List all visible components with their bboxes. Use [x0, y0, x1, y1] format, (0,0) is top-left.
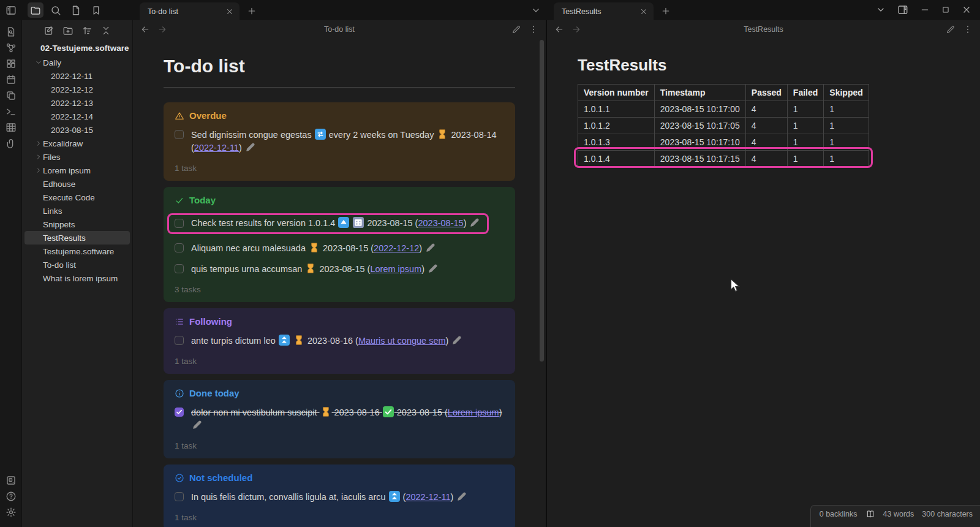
tab-list-chevron-icon[interactable] — [876, 5, 886, 15]
file-item-2022-12-13[interactable]: 2022-12-13 — [24, 96, 130, 110]
task-checkbox[interactable] — [175, 408, 184, 417]
table-cell: 4 — [745, 134, 787, 151]
new-tab-icon[interactable] — [247, 6, 257, 16]
tab-testresults[interactable]: TestResults — [554, 2, 654, 20]
tab-close-icon[interactable] — [225, 7, 234, 16]
task-checkbox[interactable] — [175, 336, 184, 345]
task-checkbox[interactable] — [175, 130, 184, 139]
internal-link[interactable]: 2022-12-11 — [194, 143, 239, 153]
ribbon-help-button[interactable] — [4, 489, 18, 504]
internal-link[interactable]: Lorem ipsum — [370, 264, 421, 274]
note-title: TestResults — [578, 56, 949, 75]
ribbon-dashboard-button[interactable] — [4, 56, 18, 71]
file-item-what-is-lorem-ipsum[interactable]: What is lorem ipsum — [24, 271, 130, 285]
task-checkbox[interactable] — [175, 243, 184, 252]
table-row[interactable]: 1.0.1.22023-08-15 10:17:05411 — [578, 118, 869, 134]
window-close-icon[interactable] — [962, 5, 971, 15]
file-item-2022-12-14[interactable]: 2022-12-14 — [24, 110, 130, 123]
file-item-to-do-list[interactable]: To-do list — [24, 258, 130, 271]
sidebar-tab-file[interactable] — [68, 2, 84, 18]
edit-pencil-icon[interactable] — [456, 491, 467, 502]
section-overdue: OverdueSed dignissim congue egestas ever… — [164, 102, 515, 181]
file-item-execute-code[interactable]: Execute Code — [24, 191, 130, 204]
sidebar-tab-bookmark[interactable] — [88, 2, 104, 18]
tab-close-icon[interactable] — [639, 7, 648, 16]
toggle-right-sidebar-icon[interactable] — [897, 4, 908, 15]
ribbon-table-button[interactable] — [4, 120, 18, 135]
ribbon-vault-button[interactable] — [4, 473, 18, 488]
toggle-left-sidebar-icon[interactable] — [6, 5, 17, 16]
minimize-icon[interactable] — [920, 5, 930, 15]
internal-link[interactable]: Mauris ut congue sem — [358, 336, 446, 346]
tab-list-chevron-icon[interactable] — [531, 6, 541, 15]
forward-icon[interactable] — [571, 25, 581, 34]
ribbon-calendar-button[interactable] — [4, 72, 18, 87]
vault-title[interactable]: 02-Testujeme.software — [22, 36, 132, 53]
chevron-right-icon — [35, 153, 43, 161]
table-header-cell: Skipped — [824, 85, 869, 101]
new-tab-icon[interactable] — [661, 6, 671, 16]
folder-item-daily[interactable]: Daily — [24, 56, 130, 69]
tree-item-label: 2023-08-15 — [51, 126, 93, 135]
file-item-2023-08-15[interactable]: 2023-08-15 — [24, 123, 130, 137]
file-item-testujeme-software[interactable]: Testujeme.software — [24, 245, 130, 258]
ribbon-graph-button[interactable] — [4, 40, 18, 55]
edit-pencil-icon[interactable] — [425, 242, 436, 253]
edit-pencil-icon[interactable] — [428, 263, 439, 274]
more-options-icon[interactable] — [963, 25, 973, 34]
edit-view-icon[interactable] — [511, 25, 521, 34]
file-item-edhouse[interactable]: Edhouse — [24, 177, 130, 191]
folder-item-lorem-ipsum[interactable]: Lorem ipsum — [24, 164, 130, 177]
internal-link[interactable]: 2022-12-12 — [374, 243, 419, 253]
new-folder-button[interactable] — [62, 25, 74, 36]
sidebar-tab-search[interactable] — [48, 2, 64, 18]
file-item-2022-12-12[interactable]: 2022-12-12 — [24, 83, 130, 96]
sort-button[interactable] — [81, 25, 92, 36]
tab-to-do-list[interactable]: To-do list — [140, 2, 239, 20]
ribbon-clip-button[interactable] — [4, 136, 18, 151]
more-options-icon[interactable] — [529, 25, 538, 34]
task-checkbox[interactable] — [175, 492, 184, 501]
sort-icon — [81, 25, 92, 36]
file-item-snippets[interactable]: Snippets — [24, 218, 130, 231]
book-icon[interactable] — [865, 509, 875, 519]
calendar-icon — [6, 74, 17, 85]
table-row[interactable]: 1.0.1.42023-08-15 10:17:15411 — [578, 151, 869, 167]
scrollbar[interactable] — [540, 40, 544, 362]
table-cell: 1 — [824, 134, 869, 151]
sidebar-tab-folder[interactable] — [28, 2, 43, 18]
table-row[interactable]: 1.0.1.32023-08-15 10:17:10411 — [578, 134, 869, 151]
edit-pencil-icon[interactable] — [469, 217, 480, 228]
table-row[interactable]: 1.0.1.12023-08-15 10:17:00411 — [578, 101, 869, 118]
maximize-icon[interactable] — [941, 6, 950, 14]
edit-pencil-icon[interactable] — [451, 335, 462, 346]
title-divider — [164, 87, 515, 88]
file-item-2022-12-11[interactable]: 2022-12-11 — [24, 69, 130, 83]
table-cell: 2023-08-15 10:17:10 — [654, 134, 745, 151]
internal-link[interactable]: 2023-08-15 — [418, 218, 463, 228]
new-note-button[interactable] — [43, 25, 55, 36]
forward-icon[interactable] — [157, 25, 167, 34]
task-text: 2023-08-16 — [332, 408, 382, 417]
task-checkbox[interactable] — [175, 219, 184, 228]
task-text: dolor non mi vestibulum suscipit — [191, 408, 320, 417]
folder-item-files[interactable]: Files — [24, 150, 130, 164]
edit-pencil-icon[interactable] — [192, 419, 203, 430]
internal-link[interactable]: 2022-12-11 — [405, 492, 450, 502]
internal-link[interactable]: Lorem ipsum — [448, 408, 499, 417]
ribbon-terminal-button[interactable] — [4, 104, 18, 119]
file-item-links[interactable]: Links — [24, 204, 130, 218]
folder-item-excalidraw[interactable]: Excalidraw — [24, 137, 130, 150]
backlinks-count[interactable]: 0 backlinks — [820, 510, 858, 518]
edit-pencil-icon[interactable] — [245, 142, 256, 153]
back-icon[interactable] — [554, 25, 564, 34]
collapse-button[interactable] — [100, 25, 111, 36]
task-checkbox[interactable] — [175, 264, 184, 273]
ribbon-gear-button[interactable] — [4, 505, 18, 520]
file-item-testresults[interactable]: TestResults — [24, 231, 130, 245]
edit-view-icon[interactable] — [946, 25, 956, 34]
ribbon-file-search-button[interactable] — [4, 25, 18, 39]
priority-high-sq-icon — [279, 335, 290, 346]
back-icon[interactable] — [140, 25, 150, 34]
ribbon-copy-button[interactable] — [4, 88, 18, 103]
